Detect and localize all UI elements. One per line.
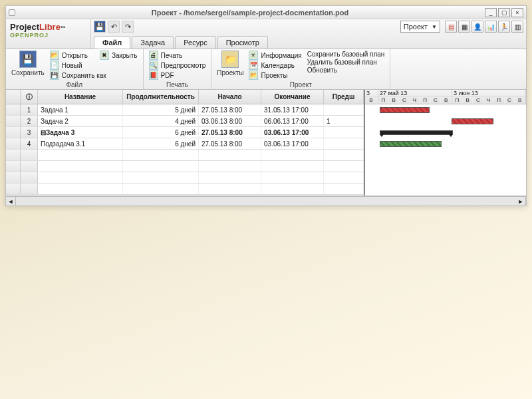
tab-file[interactable]: Файл xyxy=(94,36,130,49)
view3-icon[interactable]: 👤 xyxy=(471,21,483,33)
panel-print: 🖨Печать 🔍Предпросмотр 📕PDF Печать xyxy=(144,49,212,89)
info-button[interactable]: ✳Информация xyxy=(249,51,301,60)
view2-icon[interactable]: ▦ xyxy=(458,21,470,33)
task-grid: ⓘ Название Продолжительность Начало Окон… xyxy=(6,90,365,196)
app-window: Проект - /home/sergei/sample-project-doc… xyxy=(5,5,527,206)
minimize-button[interactable]: _ xyxy=(485,8,497,17)
gantt-timeline: 3В 27 май 13ПВСЧПСВ 3 июн 13ПВСЧПСВ xyxy=(365,90,526,104)
view1-icon[interactable]: ▤ xyxy=(445,21,457,33)
new-button[interactable]: 📄Новый xyxy=(50,61,138,70)
table-row[interactable] xyxy=(6,150,364,161)
scroll-left-icon[interactable]: ◄ xyxy=(6,197,16,205)
titlebar: Проект - /home/sergei/sample-project-doc… xyxy=(6,6,526,19)
ribbon: 💾Сохранить 📂Открыть✖Закрыть 📄Новый 💾Сохр… xyxy=(6,49,526,90)
print-button[interactable]: 🖨Печать xyxy=(149,51,206,60)
gantt-body xyxy=(365,104,526,196)
view5-icon[interactable]: 🏃 xyxy=(498,21,510,33)
table-row[interactable]: 1Задача 15 дней27.05.13 8:0031.05.13 17:… xyxy=(6,104,364,116)
gantt-summary-bar[interactable] xyxy=(380,130,453,135)
table-row[interactable] xyxy=(6,161,364,172)
delbase-button[interactable]: Удалить базовый план xyxy=(307,59,385,66)
saveas-button[interactable]: 💾Сохранить как xyxy=(50,70,138,80)
grid-header: ⓘ Название Продолжительность Начало Окон… xyxy=(6,90,364,104)
save-button[interactable]: 💾Сохранить xyxy=(11,51,45,80)
savebase-button[interactable]: Сохранить базовый план xyxy=(307,51,385,58)
col-pred[interactable]: Предш xyxy=(324,90,364,104)
table-row[interactable]: 4 Подзадача 3.16 дней27.05.13 8:0003.06.… xyxy=(6,138,364,150)
scrollbar[interactable]: ◄ ► xyxy=(6,196,526,205)
view4-icon[interactable]: 📊 xyxy=(485,21,497,33)
table-row[interactable]: 2Задача 24 дней03.06.13 8:0006.06.13 17:… xyxy=(6,116,364,127)
col-start[interactable]: Начало xyxy=(199,90,261,104)
scroll-right-icon[interactable]: ► xyxy=(516,197,526,205)
window-title: Проект - /home/sergei/sample-project-doc… xyxy=(18,9,482,17)
pdf-button[interactable]: 📕PDF xyxy=(149,70,206,80)
app-menu-icon[interactable] xyxy=(9,9,15,16)
gantt-bar[interactable] xyxy=(380,141,442,147)
panel-project: 📁Проекты ✳Информация 📅Календарь 📂Проекты… xyxy=(211,49,390,89)
panel-file: 💾Сохранить 📂Открыть✖Закрыть 📄Новый 💾Сохр… xyxy=(6,49,144,89)
grid-body: 1Задача 15 дней27.05.13 8:0031.05.13 17:… xyxy=(6,104,364,196)
redo-icon[interactable]: ↷ xyxy=(122,21,134,33)
col-info-icon: ⓘ xyxy=(21,90,38,104)
maximize-button[interactable]: ▢ xyxy=(498,8,510,17)
logo: ProjectLibre™ OPENPROJ xyxy=(6,19,91,49)
project-dropdown[interactable]: Проект▼ xyxy=(400,21,440,33)
undo-icon[interactable]: ↶ xyxy=(108,21,120,33)
table-row[interactable] xyxy=(6,172,364,184)
projects-button[interactable]: 📁Проекты xyxy=(217,51,243,80)
tab-task[interactable]: Задача xyxy=(132,36,174,49)
proj-button[interactable]: 📂Проекты xyxy=(249,70,301,80)
open-button[interactable]: 📂Открыть✖Закрыть xyxy=(50,51,138,60)
gantt-chart: 3В 27 май 13ПВСЧПСВ 3 июн 13ПВСЧПСВ xyxy=(365,90,526,196)
tab-resource[interactable]: Ресурс xyxy=(175,36,215,49)
preview-button[interactable]: 🔍Предпросмотр xyxy=(149,61,206,70)
save-icon[interactable]: 💾 xyxy=(94,21,106,33)
workarea: ⓘ Название Продолжительность Начало Окон… xyxy=(6,90,526,196)
col-blank xyxy=(6,90,21,104)
col-end[interactable]: Окончание xyxy=(261,90,324,104)
col-name[interactable]: Название xyxy=(38,90,123,104)
gantt-bar[interactable] xyxy=(380,107,430,113)
table-row[interactable] xyxy=(6,184,364,195)
table-row[interactable]: 3⊟Задача 36 дней27.05.13 8:0003.06.13 17… xyxy=(6,127,364,138)
menu-tabs: Файл Задача Ресурс Просмотр xyxy=(91,34,526,49)
refresh-button[interactable]: Обновить xyxy=(307,66,385,74)
gantt-bar[interactable] xyxy=(452,118,493,124)
quick-toolbar: 💾 ↶ ↷ Проект▼ ▤ ▦ 👤 📊 🏃 ▥ xyxy=(91,19,526,34)
tab-view[interactable]: Просмотр xyxy=(217,36,268,49)
calendar-button[interactable]: 📅Календарь xyxy=(249,61,301,70)
view6-icon[interactable]: ▥ xyxy=(511,21,523,33)
col-duration[interactable]: Продолжительность xyxy=(123,90,199,104)
close-button[interactable]: × xyxy=(511,8,523,17)
